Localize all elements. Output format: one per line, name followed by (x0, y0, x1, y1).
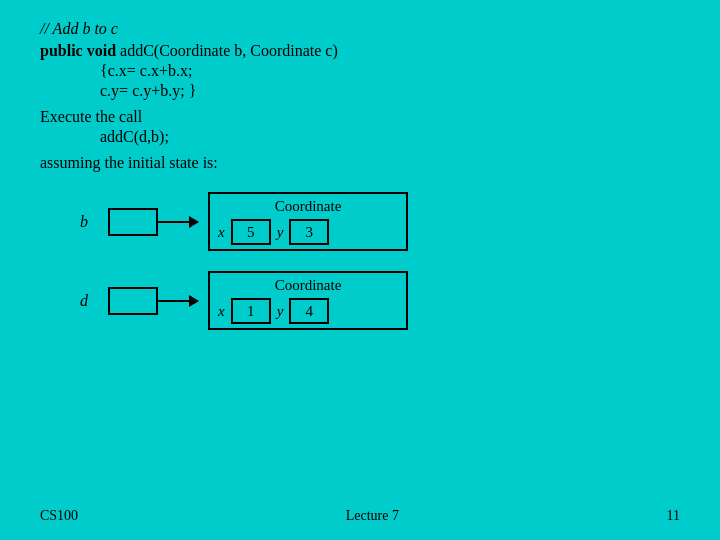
call-text: addC(d,b); (100, 128, 169, 145)
coordinate-box-b: Coordinate x 5 y 3 (208, 192, 408, 251)
arrow-line-b (158, 221, 198, 223)
value-x-d: 1 (231, 298, 271, 324)
signature-line: public void addC(Coordinate b, Coordinat… (40, 42, 680, 60)
coord-fields-b: x 5 y 3 (218, 219, 398, 245)
value-y-b: 3 (289, 219, 329, 245)
call-line: addC(d,b); (100, 128, 680, 146)
diagram-area: b Coordinate x 5 y 3 d (80, 192, 680, 330)
code-line1: {c.x= c.x+b.x; (100, 62, 680, 80)
line2-text: c.y= c.y+b.y; } (100, 82, 196, 99)
var-label-d: d (80, 292, 100, 310)
initial-state-text: assuming the initial state is: (40, 154, 218, 171)
footer-right: 11 (667, 508, 680, 524)
diagram-row-d: d Coordinate x 1 y 4 (80, 271, 680, 330)
footer-center: Lecture 7 (346, 508, 399, 524)
var-label-b: b (80, 213, 100, 231)
value-x-b: 5 (231, 219, 271, 245)
var-box-b (108, 208, 158, 236)
field-y-label-d: y (277, 303, 284, 320)
code-comment: // Add b to c (40, 20, 680, 38)
comment-text: // Add b to c (40, 20, 118, 37)
diagram-row-b: b Coordinate x 5 y 3 (80, 192, 680, 251)
arrow-b (158, 221, 208, 223)
initial-state-label: assuming the initial state is: (40, 154, 680, 172)
coordinate-box-d: Coordinate x 1 y 4 (208, 271, 408, 330)
execute-label: Execute the call (40, 108, 680, 126)
signature-keyword: public void (40, 42, 116, 59)
var-box-d (108, 287, 158, 315)
arrow-d (158, 300, 208, 302)
execute-text: Execute the call (40, 108, 142, 125)
footer-left: CS100 (40, 508, 78, 524)
arrow-line-d (158, 300, 198, 302)
coord-title-b: Coordinate (218, 198, 398, 215)
signature-rest: addC(Coordinate b, Coordinate c) (116, 42, 338, 59)
line1-text: {c.x= c.x+b.x; (100, 62, 192, 79)
value-y-d: 4 (289, 298, 329, 324)
coord-title-d: Coordinate (218, 277, 398, 294)
field-x-label-d: x (218, 303, 225, 320)
footer: CS100 Lecture 7 11 (0, 508, 720, 524)
main-content: // Add b to c public void addC(Coordinat… (0, 0, 720, 350)
code-line2: c.y= c.y+b.y; } (100, 82, 680, 100)
field-y-label-b: y (277, 224, 284, 241)
field-x-label-b: x (218, 224, 225, 241)
coord-fields-d: x 1 y 4 (218, 298, 398, 324)
